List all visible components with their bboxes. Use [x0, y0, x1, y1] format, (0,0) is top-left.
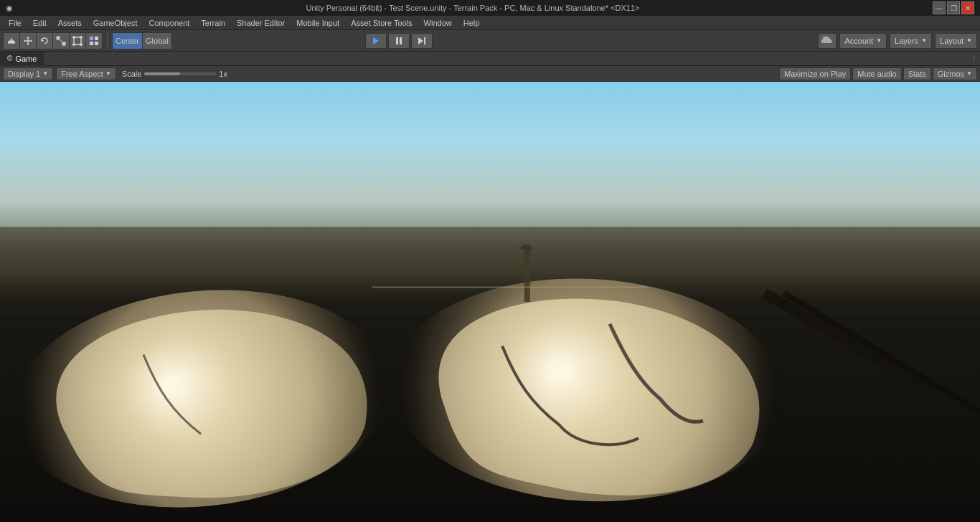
svg-point-13 [80, 36, 82, 37]
app-logo: ◉ [6, 4, 13, 13]
scale-slider[interactable] [144, 72, 216, 75]
scale-slider-fill [144, 72, 180, 75]
menu-window[interactable]: Window [418, 16, 458, 30]
pivot-group: Center Global [112, 32, 172, 49]
window-controls[interactable]: — ❐ ✕ [933, 1, 974, 14]
play-icon [372, 37, 380, 45]
main-toolbar: Center Global A [0, 30, 980, 52]
svg-rect-16 [90, 37, 93, 40]
close-button[interactable]: ✕ [961, 1, 974, 14]
maximize-on-play-button[interactable]: Maximize on Play [779, 67, 851, 80]
svg-rect-22 [400, 37, 402, 44]
scale-tool-button[interactable] [53, 33, 70, 49]
svg-rect-17 [95, 37, 98, 40]
global-button[interactable]: Global [143, 33, 171, 49]
svg-rect-8 [57, 37, 60, 39]
unity-icon: ◉ [6, 4, 13, 13]
window-title: Unity Personal (64bit) - Test Scene.unit… [13, 4, 933, 12]
svg-rect-24 [424, 37, 425, 44]
svg-rect-9 [62, 42, 65, 45]
step-icon [418, 37, 426, 45]
svg-rect-11 [74, 37, 81, 44]
menu-shader-editor[interactable]: Shader Editor [231, 16, 291, 30]
rotate-tool-button[interactable] [37, 33, 53, 49]
center-button[interactable]: Center [113, 33, 143, 49]
play-button[interactable] [365, 33, 387, 49]
transform-all-icon [89, 36, 99, 46]
svg-marker-23 [418, 37, 423, 44]
move-tool-button[interactable] [20, 33, 37, 49]
menu-mobile-input[interactable]: Mobile Input [291, 16, 345, 30]
svg-rect-21 [396, 37, 398, 44]
gizmos-arrow: ▼ [966, 70, 972, 77]
svg-line-10 [60, 39, 62, 42]
svg-point-12 [73, 36, 75, 37]
move-icon [23, 36, 33, 46]
mute-audio-button[interactable]: Mute audio [852, 67, 901, 80]
pause-button[interactable] [388, 33, 410, 49]
game-toolbar: Display 1 ▼ Free Aspect ▼ Scale 1x Maxim… [0, 66, 980, 82]
account-label: Account [844, 37, 873, 45]
menu-file[interactable]: File [3, 16, 27, 30]
hand-tool-button[interactable] [4, 33, 20, 49]
hand-icon [6, 36, 17, 46]
maximize-button[interactable]: ❐ [947, 1, 960, 14]
aspect-selector[interactable]: Free Aspect ▼ [56, 67, 116, 80]
scale-text: Scale [122, 70, 142, 78]
scale-area: Scale 1x [122, 70, 227, 78]
title-bar: ◉ Unity Personal (64bit) - Test Scene.un… [0, 0, 980, 16]
layers-dropdown[interactable]: Layers ▼ [890, 33, 932, 49]
menu-gameobject[interactable]: GameObject [88, 16, 143, 30]
right-toolbar: Account ▼ Layers ▼ Layout ▼ [818, 33, 977, 49]
layout-label: Layout [940, 37, 963, 45]
menu-component[interactable]: Component [143, 16, 195, 30]
cloud-button[interactable] [818, 33, 837, 49]
minimize-button[interactable]: — [933, 1, 946, 14]
svg-rect-3 [12, 40, 14, 44]
svg-rect-5 [14, 41, 15, 44]
step-button[interactable] [411, 33, 433, 49]
account-dropdown-arrow: ▼ [876, 37, 882, 44]
aspect-label: Free Aspect [61, 70, 103, 78]
svg-point-14 [73, 43, 75, 44]
game-tab[interactable]: © Game [0, 52, 44, 66]
layers-label: Layers [895, 37, 918, 45]
svg-rect-19 [95, 42, 98, 45]
panel-resize-handle[interactable]: ⋮ [969, 53, 980, 65]
rect-tool-button[interactable] [70, 33, 86, 49]
transform-all-button[interactable] [86, 33, 102, 49]
svg-rect-1 [11, 39, 12, 44]
menu-edit[interactable]: Edit [27, 16, 52, 30]
separator-1 [107, 33, 108, 49]
svg-rect-4 [8, 41, 9, 44]
menu-help[interactable]: Help [458, 16, 486, 30]
display-selector[interactable]: Display 1 ▼ [3, 67, 53, 80]
display-arrow: ▼ [42, 70, 48, 77]
svg-rect-18 [90, 42, 93, 45]
display-label: Display 1 [8, 70, 40, 78]
account-dropdown[interactable]: Account ▼ [839, 33, 887, 49]
stats-button[interactable]: Stats [903, 67, 931, 80]
svg-rect-2 [9, 40, 11, 44]
rect-icon [72, 36, 83, 46]
layout-dropdown[interactable]: Layout ▼ [935, 33, 977, 49]
menu-terrain[interactable]: Terrain [195, 16, 231, 30]
layers-dropdown-arrow: ▼ [921, 37, 927, 44]
svg-point-15 [80, 43, 82, 44]
aspect-arrow: ▼ [105, 70, 111, 77]
game-toolbar-right: Maximize on Play Mute audio Stats Gizmos… [779, 67, 977, 80]
menu-bar: File Edit Assets GameObject Component Te… [0, 16, 980, 30]
layout-dropdown-arrow: ▼ [966, 37, 972, 44]
game-tab-label: Game [15, 54, 37, 63]
svg-marker-20 [373, 37, 379, 44]
game-canvas [0, 82, 980, 522]
scale-icon [56, 36, 66, 46]
game-tab-icon: © [7, 54, 12, 62]
play-controls [365, 33, 433, 49]
cloud-icon [821, 37, 833, 45]
gizmos-button[interactable]: Gizmos ▼ [933, 67, 977, 80]
game-viewport [0, 82, 980, 522]
pause-icon [395, 37, 403, 45]
menu-assets[interactable]: Assets [52, 16, 88, 30]
menu-asset-store-tools[interactable]: Asset Store Tools [345, 16, 418, 30]
